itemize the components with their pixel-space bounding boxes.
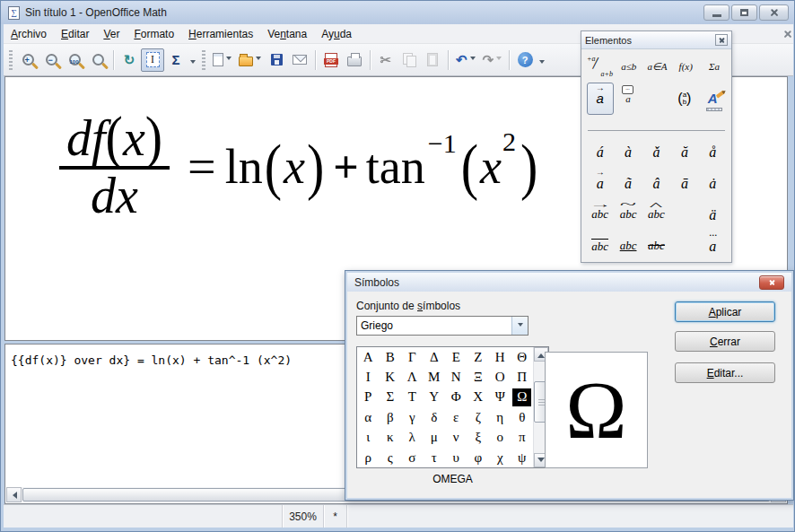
menu-herramientas[interactable]: Herramientas (181, 25, 260, 43)
undo-button[interactable]: ↶ (452, 48, 479, 72)
symbol-cell[interactable]: μ (424, 429, 443, 447)
symbol-cell[interactable]: Υ (424, 388, 443, 406)
symbol-cell[interactable]: θ (512, 408, 531, 426)
attribute-cell[interactable]: å (709, 144, 716, 161)
symbol-cell[interactable]: φ (468, 449, 487, 467)
menu-archivo[interactable]: Archivo (4, 25, 54, 43)
symbols-dialog-titlebar[interactable]: Símbolos (347, 273, 791, 292)
symbol-cell-selected[interactable]: Ω (512, 388, 531, 406)
symbol-cell[interactable]: Α (359, 348, 378, 366)
symbol-cell[interactable]: γ (403, 408, 422, 426)
symbol-cell[interactable]: τ (424, 449, 443, 467)
symbol-cell[interactable]: Η (491, 348, 510, 366)
symbol-cell[interactable]: α (359, 408, 378, 426)
attribute-cell[interactable]: abc (620, 208, 637, 221)
symbol-cell[interactable]: ι (359, 429, 378, 447)
symbol-cell[interactable]: π (512, 429, 531, 447)
symbol-cell[interactable]: λ (403, 429, 422, 447)
symbol-cell[interactable]: ρ (359, 449, 378, 467)
attribute-cell[interactable]: abc (591, 208, 608, 221)
symbol-cell[interactable]: Ρ (359, 388, 378, 406)
symbol-cell[interactable]: Φ (447, 388, 466, 406)
toolbar-more-2-button[interactable] (537, 48, 547, 72)
symbol-cell[interactable]: Β (380, 348, 399, 366)
menu-ver[interactable]: Ver (96, 25, 127, 43)
commands-text[interactable]: {{df(x)} over dx} = ln(x) + tan^-1 (x^2) (11, 353, 292, 367)
minimize-button[interactable] (703, 4, 729, 21)
symbol-cell[interactable]: Λ (403, 369, 422, 387)
restore-button[interactable] (731, 4, 757, 21)
menu-editar[interactable]: Editar (54, 25, 96, 43)
aplicar-button[interactable]: Aplicar (675, 301, 775, 322)
symbol-cell[interactable]: Π (512, 369, 531, 387)
cerrar-button[interactable]: Cerrar (675, 331, 775, 352)
category-others[interactable]: a (615, 83, 642, 115)
symbol-cell[interactable]: Γ (403, 348, 422, 366)
attribute-cell[interactable]: abc (648, 208, 665, 221)
attribute-cell[interactable]: ä (709, 207, 716, 223)
zoom-100-button[interactable]: 100 (63, 48, 86, 72)
category-set-operations[interactable]: a∈A (645, 54, 670, 79)
formula-cursor-button[interactable]: I (141, 48, 164, 72)
open-document-button[interactable] (235, 48, 265, 72)
print-button[interactable] (343, 48, 366, 72)
paste-button[interactable] (421, 48, 444, 72)
symbol-cell[interactable]: Ο (491, 369, 510, 387)
symbol-cell[interactable]: η (491, 408, 510, 426)
symbol-cell[interactable]: σ (403, 449, 422, 467)
zoom-all-button[interactable] (86, 48, 109, 72)
cut-button[interactable]: ✂ (374, 48, 398, 72)
symbol-cell[interactable]: Θ (512, 348, 531, 366)
symbol-cell[interactable]: Ψ (491, 388, 510, 406)
category-brackets[interactable]: (ab) (671, 83, 698, 115)
attribute-cell[interactable]: ā (681, 176, 688, 192)
category-relations[interactable]: a≤b (616, 54, 642, 79)
symbol-cell[interactable]: Ε (447, 348, 466, 366)
symbol-cell[interactable]: Κ (380, 369, 399, 387)
symbols-dialog-close-button[interactable] (759, 275, 784, 290)
copy-button[interactable] (398, 48, 421, 72)
redo-button[interactable]: ↷ (479, 48, 506, 72)
symbol-cell[interactable]: Σ (380, 388, 399, 406)
export-pdf-button[interactable]: PDF (319, 48, 343, 72)
elements-panel-titlebar[interactable]: Elementos (581, 31, 731, 49)
attribute-cell[interactable]: ǎ (652, 144, 660, 161)
symbol-cell[interactable]: ν (447, 429, 466, 447)
zoom-out-button[interactable]: − (39, 48, 63, 72)
symbol-cell[interactable]: Ι (359, 369, 378, 387)
toolbar-grip[interactable] (202, 50, 205, 70)
attribute-cell[interactable]: á (597, 144, 604, 161)
symbol-cell[interactable]: ο (491, 429, 510, 447)
symbol-cell[interactable]: χ (491, 449, 510, 467)
category-unary-binary-operators[interactable]: +a/a+b (586, 54, 613, 79)
new-document-button[interactable] (209, 48, 235, 72)
symbol-cell[interactable]: ε (447, 408, 466, 426)
attribute-cell[interactable]: abc (591, 239, 608, 253)
symbol-cell[interactable]: Ζ (468, 348, 487, 366)
zoom-in-button[interactable]: + (16, 48, 39, 72)
symbol-cell[interactable]: ς (380, 449, 399, 467)
symbol-cell[interactable]: Δ (424, 348, 443, 366)
symbol-cell[interactable]: Τ (403, 388, 422, 406)
save-document-button[interactable] (265, 48, 288, 72)
attribute-cell[interactable]: ȧ (709, 176, 716, 192)
symbol-cell[interactable]: ψ (512, 449, 531, 467)
symbol-cell[interactable]: Μ (424, 369, 443, 387)
attribute-cell[interactable]: ă (681, 144, 688, 161)
category-functions[interactable]: f(x) (673, 54, 698, 79)
symbol-cell[interactable]: β (380, 408, 399, 426)
elements-panel-close-button[interactable] (715, 34, 728, 46)
toolbar-grip[interactable] (9, 50, 13, 70)
attribute-cell[interactable]: abc (620, 240, 637, 252)
menu-ayuda[interactable]: Ayuda (314, 25, 359, 43)
symbol-cell[interactable]: δ (424, 408, 443, 426)
combobox-dropdown-button[interactable] (511, 317, 528, 335)
symbol-cell[interactable]: ζ (468, 408, 487, 426)
symbol-cell[interactable]: ξ (468, 429, 487, 447)
attribute-cell[interactable]: abc (648, 240, 665, 252)
category-formats[interactable]: A (699, 83, 726, 115)
symbol-set-combobox[interactable]: Griego (356, 316, 529, 336)
category-operators[interactable]: Σa (702, 54, 727, 79)
menu-formato[interactable]: Formato (127, 25, 181, 43)
email-document-button[interactable] (288, 48, 311, 72)
